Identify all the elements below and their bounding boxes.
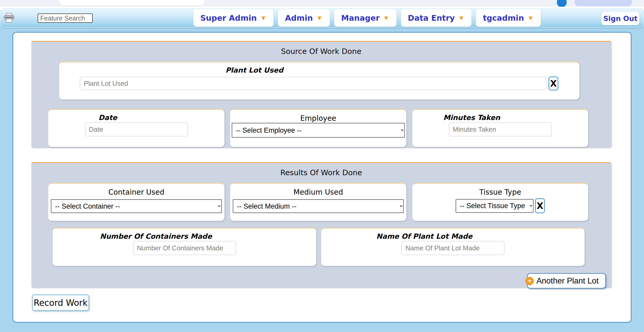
tissue-type-select[interactable]: -- Select Tissue Type -- [456, 199, 533, 213]
containers-made-card: Number Of Containers Made [53, 228, 316, 266]
minutes-taken-input[interactable] [449, 122, 552, 136]
containers-made-label: Number Of Containers Made [24, 232, 288, 240]
plant-lot-made-card: Name Of Plant Lot Made [321, 228, 585, 266]
container-used-card: Container Used -- Select Container -- [48, 183, 224, 221]
menu-label: Manager [341, 13, 380, 23]
browser-profile-dot [557, 0, 567, 7]
sign-out-button[interactable]: Sign Out [601, 12, 639, 25]
nav-menu-tabs: Super Admin ▼ Admin ▼ Manager ▼ Data Ent… [193, 9, 541, 27]
browser-url-pill [59, 0, 204, 6]
chevron-down-icon: ▼ [260, 15, 267, 21]
clear-plant-lot-button[interactable]: X [549, 76, 558, 90]
print-button[interactable] [3, 12, 15, 24]
containers-made-input[interactable] [133, 241, 236, 255]
nav-menu-admin[interactable]: Admin ▼ [278, 9, 330, 27]
another-plant-lot-label: Another Plant Lot [536, 276, 599, 286]
date-card: Date [48, 109, 224, 147]
browser-toolbar-pill [574, 0, 632, 6]
app-screen: Super Admin ▼ Admin ▼ Manager ▼ Data Ent… [0, 0, 644, 332]
printer-icon [3, 21, 15, 25]
chevron-down-icon: ▼ [458, 15, 465, 21]
section-title: Results Of Work Done [31, 168, 611, 177]
clear-tissue-type-button[interactable]: X [535, 198, 545, 213]
navigation-bar: Super Admin ▼ Admin ▼ Manager ▼ Data Ent… [0, 8, 644, 28]
plant-lot-made-input[interactable] [402, 241, 504, 255]
plant-lot-made-label: Name Of Plant Lot Made [293, 232, 556, 240]
medium-select[interactable]: -- Select Medium -- [233, 199, 404, 213]
plus-icon: + [525, 277, 534, 285]
nav-menu-super-admin[interactable]: Super Admin ▼ [193, 9, 273, 27]
employee-card: Employee -- Select Employee -- [230, 109, 406, 147]
record-work-button[interactable]: Record Work [32, 294, 89, 311]
tissue-type-card: Tissue Type -- Select Tissue Type -- X [412, 183, 588, 221]
menu-label: Admin [285, 13, 313, 23]
medium-used-card: Medium Used -- Select Medium -- [230, 183, 406, 221]
menu-label: Super Admin [200, 13, 257, 23]
date-label: Date [20, 114, 196, 122]
nav-menu-tgcadmin[interactable]: tgcadmin ▼ [476, 9, 541, 27]
browser-chrome-remnant [0, 0, 644, 7]
container-select[interactable]: -- Select Container -- [51, 199, 222, 213]
source-of-work-section: Source Of Work Done Plant Lot Used X Dat… [31, 41, 611, 147]
employee-select[interactable]: -- Select Employee -- [232, 123, 405, 138]
content-panel: Source Of Work Done Plant Lot Used X Dat… [12, 32, 632, 323]
nav-menu-data-entry[interactable]: Data Entry ▼ [401, 9, 471, 27]
date-input[interactable] [85, 122, 188, 136]
minutes-taken-card: Minutes Taken [412, 109, 588, 147]
section-title: Source Of Work Done [31, 47, 611, 56]
menu-label: tgcadmin [483, 13, 524, 23]
plant-lot-input[interactable] [80, 77, 547, 90]
feature-search-input[interactable] [38, 13, 93, 23]
medium-used-label: Medium Used [230, 188, 406, 196]
chevron-down-icon: ▼ [527, 15, 534, 21]
results-of-work-section: Results Of Work Done Container Used -- S… [31, 162, 611, 287]
plant-lot-label: Plant Lot Used [0, 66, 515, 74]
employee-label: Employee [230, 114, 406, 123]
plant-lot-card: Plant Lot Used X [59, 62, 579, 100]
tissue-type-label: Tissue Type [412, 188, 588, 196]
minutes-taken-label: Minutes Taken [384, 114, 560, 122]
another-plant-lot-button[interactable]: + Another Plant Lot [527, 273, 606, 288]
chevron-down-icon: ▼ [383, 15, 389, 21]
container-used-label: Container Used [48, 188, 224, 196]
menu-label: Data Entry [408, 13, 455, 23]
nav-menu-manager[interactable]: Manager ▼ [334, 9, 396, 27]
chevron-down-icon: ▼ [316, 15, 323, 21]
